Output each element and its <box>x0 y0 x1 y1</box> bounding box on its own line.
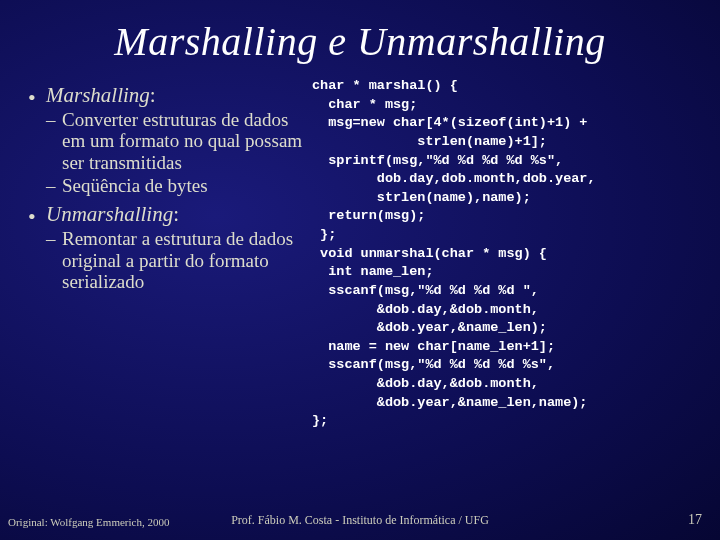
slide-title: Marshalling e Unmarshalling <box>0 18 720 65</box>
footer-attribution: Original: Wolfgang Emmerich, 2000 <box>8 516 169 528</box>
code-column: char * marshal() { char * msg; msg=new c… <box>308 77 702 431</box>
bullet-label: Unmarshalling <box>46 202 173 226</box>
colon: : <box>150 83 156 107</box>
code-block: char * marshal() { char * msg; msg=new c… <box>312 77 702 431</box>
page-number: 17 <box>688 512 702 528</box>
bullet-label: Marshalling <box>46 83 150 107</box>
bullet-marshalling: Marshalling: <box>28 83 308 107</box>
sub-bullet: Converter estruturas de dados em um form… <box>28 109 308 173</box>
sub-bullet: Remontar a estrutura de dados original a… <box>28 228 308 292</box>
bullet-column: Marshalling: Converter estruturas de dad… <box>28 77 308 431</box>
content-area: Marshalling: Converter estruturas de dad… <box>0 77 720 431</box>
colon: : <box>173 202 179 226</box>
bullet-unmarshalling: Unmarshalling: <box>28 202 308 226</box>
sub-bullet: Seqüência de bytes <box>28 175 308 196</box>
slide: Marshalling e Unmarshalling Marshalling:… <box>0 0 720 540</box>
footer: Original: Wolfgang Emmerich, 2000 Prof. … <box>0 513 720 528</box>
